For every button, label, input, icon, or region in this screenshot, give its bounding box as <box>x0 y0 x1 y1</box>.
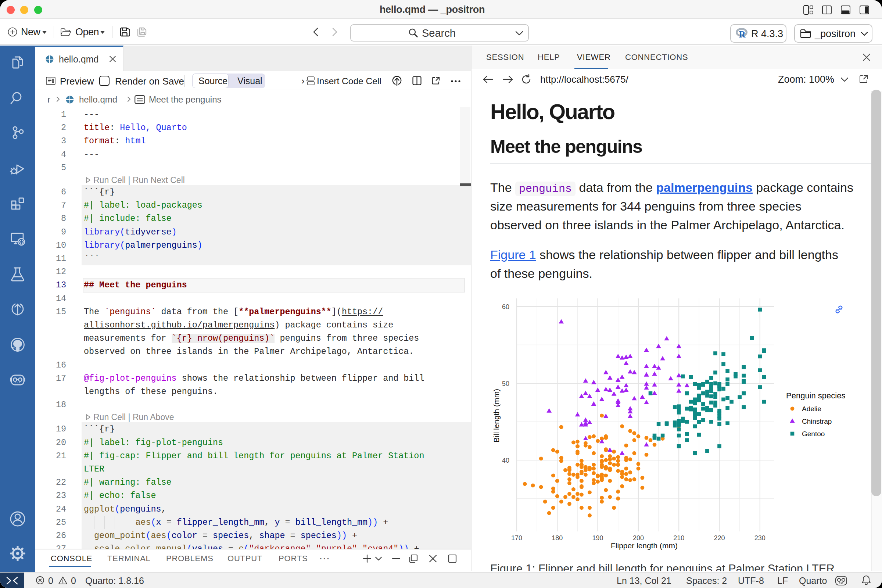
svg-text:180: 180 <box>552 534 562 542</box>
svg-text:Flipper length (mm): Flipper length (mm) <box>611 542 678 550</box>
svg-text:170: 170 <box>511 534 522 542</box>
svg-text:190: 190 <box>592 534 603 542</box>
svg-text:220: 220 <box>714 534 725 542</box>
svg-text:210: 210 <box>673 534 684 542</box>
svg-text:200: 200 <box>633 534 644 542</box>
svg-text:40: 40 <box>502 457 509 464</box>
svg-text:Adelie: Adelie <box>802 405 821 413</box>
svg-text:Gentoo: Gentoo <box>802 430 825 438</box>
svg-text:60: 60 <box>502 303 509 310</box>
svg-text:230: 230 <box>754 534 765 542</box>
svg-text:Chinstrap: Chinstrap <box>802 417 832 425</box>
svg-text:50: 50 <box>502 380 509 387</box>
svg-text:Penguin species: Penguin species <box>786 391 845 400</box>
svg-text:Bill length (mm): Bill length (mm) <box>492 389 501 442</box>
